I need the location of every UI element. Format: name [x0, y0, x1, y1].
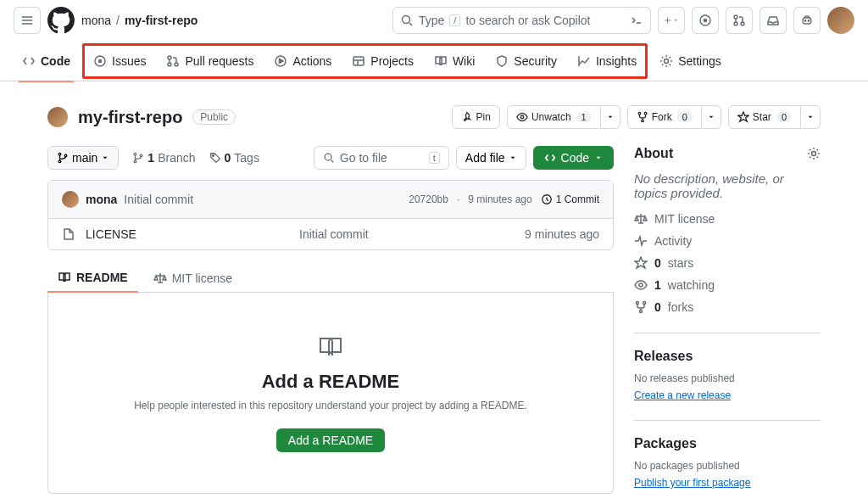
- svg-point-35: [58, 153, 61, 155]
- svg-point-31: [638, 112, 641, 115]
- publish-package-link[interactable]: Publish your first package: [634, 477, 750, 489]
- breadcrumb-sep: /: [116, 14, 120, 27]
- unwatch-dropdown[interactable]: [601, 105, 620, 129]
- packages-empty: No packages published: [634, 460, 821, 472]
- nav-wiki[interactable]: Wiki: [426, 48, 483, 75]
- commit-meta: 20720bb · 9 minutes ago 1 Commit: [409, 193, 599, 205]
- svg-point-30: [520, 115, 524, 119]
- releases-empty: No releases published: [634, 372, 821, 384]
- search-input[interactable]: Type / to search or ask Copilot: [392, 7, 651, 34]
- nav-settings[interactable]: Settings: [651, 48, 730, 75]
- create-new-button[interactable]: [658, 7, 685, 34]
- chevron-down-icon: [594, 154, 603, 162]
- tags-link[interactable]: 0Tags: [209, 151, 259, 165]
- license-link[interactable]: MIT license: [634, 212, 821, 226]
- file-row[interactable]: LICENSE Initial commit 9 minutes ago: [48, 219, 613, 249]
- nav-security[interactable]: Security: [487, 48, 565, 75]
- svg-point-16: [808, 20, 810, 22]
- file-commit-msg[interactable]: Initial commit: [299, 227, 515, 241]
- main-column: main 1Branch 0Tags Go to filet Add file …: [47, 146, 614, 498]
- nav-code-label: Code: [41, 54, 70, 68]
- add-file-button[interactable]: Add file: [456, 146, 526, 170]
- releases-section: Releases No releases published Create a …: [634, 349, 821, 401]
- file-icon: [62, 227, 75, 241]
- nav-pulls-label: Pull requests: [185, 54, 253, 68]
- hamburger-icon: [20, 14, 34, 27]
- dot-circle-icon: [93, 54, 107, 68]
- user-avatar[interactable]: [827, 7, 854, 34]
- forks-link[interactable]: 0 forks: [634, 300, 821, 314]
- search-hint-prefix: Type: [419, 14, 444, 27]
- eye-icon: [634, 278, 648, 292]
- issues-button[interactable]: [692, 7, 719, 34]
- goto-file-input[interactable]: Go to filet: [314, 146, 449, 170]
- nav-actions-label: Actions: [292, 54, 331, 68]
- add-readme-button[interactable]: Add a README: [276, 428, 385, 452]
- branches-link[interactable]: 1Branch: [132, 151, 195, 165]
- owner-link[interactable]: mona: [81, 14, 111, 27]
- tab-readme[interactable]: README: [47, 264, 138, 293]
- fork-button[interactable]: Fork0: [627, 105, 702, 129]
- tutorial-highlight: Issues Pull requests Actions Projects Wi…: [82, 43, 648, 79]
- book-large-icon: [317, 333, 344, 361]
- commit-author[interactable]: mona: [86, 193, 117, 206]
- watching-link[interactable]: 1 watching: [634, 278, 821, 292]
- star-dropdown[interactable]: [801, 105, 821, 129]
- file-name[interactable]: LICENSE: [86, 227, 289, 241]
- activity-link[interactable]: Activity: [634, 234, 821, 248]
- chevron-down-icon: [806, 113, 815, 121]
- book-icon: [58, 271, 71, 284]
- repo-link[interactable]: my-first-repo: [125, 14, 198, 27]
- table-icon: [352, 54, 365, 68]
- notifications-button[interactable]: [760, 7, 787, 34]
- star-button[interactable]: Star0: [728, 105, 801, 129]
- readme-title: Add a README: [69, 371, 593, 393]
- unwatch-button[interactable]: Unwatch1: [507, 105, 601, 129]
- global-header: mona / my-first-repo Type / to search or…: [0, 0, 868, 41]
- file-nav-left: main 1Branch 0Tags: [47, 146, 259, 170]
- nav-issues-label: Issues: [112, 54, 146, 68]
- layout: main 1Branch 0Tags Go to filet Add file …: [47, 146, 821, 498]
- create-release-link[interactable]: Create a new release: [634, 389, 731, 401]
- about-list: MIT license Activity 0 stars 1 watching …: [634, 212, 821, 314]
- github-logo[interactable]: [47, 7, 75, 34]
- github-icon: [47, 7, 75, 34]
- nav-projects[interactable]: Projects: [343, 48, 422, 75]
- book-icon: [434, 54, 448, 68]
- svg-point-32: [644, 112, 647, 115]
- nav-actions[interactable]: Actions: [265, 48, 340, 75]
- commit-message[interactable]: Initial commit: [124, 193, 193, 206]
- fork-icon: [634, 300, 648, 314]
- readme-placeholder: Add a README Help people interested in t…: [47, 293, 614, 494]
- commits-count-link[interactable]: 1 Commit: [541, 193, 599, 205]
- copilot-button[interactable]: [793, 7, 821, 34]
- nav-projects-label: Projects: [370, 54, 414, 68]
- svg-point-46: [812, 152, 816, 156]
- nav-insights-label: Insights: [596, 54, 637, 68]
- about-settings-button[interactable]: [807, 147, 821, 160]
- nav-insights[interactable]: Insights: [569, 48, 645, 75]
- pull-requests-button[interactable]: [726, 7, 753, 34]
- menu-button[interactable]: [14, 7, 41, 34]
- code-button[interactable]: Code: [533, 146, 614, 170]
- about-section: About No description, website, or topics…: [634, 146, 821, 314]
- nav-code[interactable]: Code: [14, 48, 79, 75]
- fork-button-group: Fork0: [627, 105, 721, 129]
- stars-link[interactable]: 0 stars: [634, 256, 821, 270]
- svg-point-15: [804, 20, 806, 22]
- svg-point-52: [640, 311, 643, 313]
- nav-pulls[interactable]: Pull requests: [158, 48, 262, 75]
- tag-icon: [209, 152, 221, 164]
- svg-line-43: [331, 160, 333, 163]
- commit-sha[interactable]: 20720bb: [409, 193, 448, 205]
- svg-point-21: [175, 63, 178, 66]
- branch-button[interactable]: main: [47, 146, 119, 170]
- pin-button[interactable]: Pin: [452, 105, 500, 129]
- branch-icon: [57, 152, 69, 164]
- breadcrumb: mona / my-first-repo: [81, 14, 198, 27]
- fork-dropdown[interactable]: [702, 105, 721, 129]
- tab-license[interactable]: MIT license: [143, 264, 242, 292]
- code-icon: [22, 54, 36, 68]
- nav-issues[interactable]: Issues: [85, 48, 154, 75]
- inbox-icon: [766, 14, 780, 27]
